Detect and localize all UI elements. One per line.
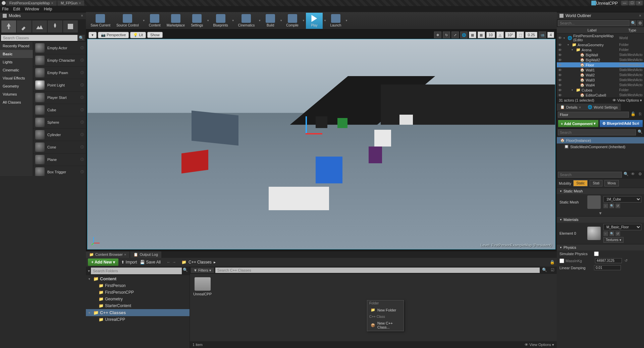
- info-icon[interactable]: ⓘ: [80, 70, 84, 75]
- info-icon[interactable]: ⓘ: [80, 145, 84, 150]
- visibility-icon[interactable]: 👁: [558, 43, 564, 47]
- vp-angle-val[interactable]: 10°: [505, 32, 516, 38]
- close-button[interactable]: ×: [636, 1, 643, 5]
- category-item[interactable]: All Classes: [0, 98, 33, 106]
- outliner-row[interactable]: 👁🏠 FloorStaticMeshActo: [557, 62, 644, 67]
- info-icon[interactable]: ⓘ: [80, 157, 84, 162]
- visibility-icon[interactable]: 👁: [558, 53, 564, 57]
- save-all-button[interactable]: 💾 Save All: [140, 260, 161, 265]
- breadcrumb[interactable]: 📁 C++ Classes ▸: [181, 260, 216, 265]
- search-icon[interactable]: 🔍: [623, 172, 629, 178]
- menu-edit[interactable]: Edit: [13, 7, 20, 11]
- vp-lit[interactable]: 💡 Lit: [130, 32, 146, 38]
- visibility-icon[interactable]: 👁: [558, 63, 564, 67]
- tab-output-log[interactable]: 📋 Output Log: [130, 251, 161, 258]
- vp-scale[interactable]: ⤢: [451, 32, 459, 38]
- mode-paint[interactable]: [17, 20, 32, 33]
- outliner-row[interactable]: 👁🏠 Wall4StaticMeshActo: [557, 82, 644, 88]
- component-search[interactable]: [558, 129, 636, 135]
- marketplace-icon[interactable]: [591, 1, 596, 5]
- viewport[interactable]: Level: FirstPersonExampleMap (Persistent…: [87, 39, 555, 249]
- outliner-row[interactable]: 👁🏠 BigWallStaticMeshActo: [557, 52, 644, 57]
- info-icon[interactable]: ⓘ: [80, 120, 84, 125]
- damping-value-input[interactable]: [594, 265, 621, 270]
- static-mesh-select[interactable]: 1M_Cube: [603, 196, 641, 202]
- actor-item[interactable]: Point Lightⓘ: [33, 79, 86, 92]
- toolbar-cinematics[interactable]: Cinematics: [235, 13, 257, 29]
- toolbar-dropdown[interactable]: ▼: [345, 13, 348, 29]
- filter-icon[interactable]: ⚙: [637, 20, 643, 26]
- section-materials[interactable]: ▼Materials: [557, 216, 644, 223]
- reset-icon[interactable]: ↺: [625, 258, 628, 263]
- search-icon[interactable]: 🔍: [77, 35, 85, 41]
- mode-foliage[interactable]: [48, 20, 62, 33]
- search-icon[interactable]: 🔍: [637, 129, 643, 135]
- mobility-stationary[interactable]: Stati: [590, 180, 602, 186]
- chevron-icon[interactable]: ▾: [89, 277, 92, 281]
- details-search[interactable]: [558, 172, 622, 178]
- asset-item[interactable]: UnrealCPP: [193, 277, 212, 296]
- outliner-search[interactable]: [558, 20, 630, 26]
- col-label[interactable]: Label: [564, 27, 621, 33]
- close-icon[interactable]: ×: [51, 1, 53, 5]
- lock-icon[interactable]: 🔒: [550, 260, 555, 265]
- toolbar-save-current[interactable]: Save Current: [88, 13, 113, 29]
- toolbar-play[interactable]: Play: [306, 13, 323, 29]
- info-icon[interactable]: ⓘ: [80, 83, 84, 88]
- visibility-icon[interactable]: 👁: [558, 73, 564, 77]
- cm-new-folder[interactable]: 📁 New Folder: [367, 306, 404, 314]
- menu-help[interactable]: Help: [44, 7, 52, 11]
- vp-camspeed[interactable]: 4: [547, 32, 554, 38]
- tree-item[interactable]: 📁FirstPersonCPP: [86, 289, 190, 296]
- import-button[interactable]: ⬆ Import: [121, 260, 137, 265]
- search-icon[interactable]: 🔍: [182, 268, 189, 274]
- filter-icon[interactable]: ⚙: [637, 172, 643, 178]
- vp-scale-snap[interactable]: ⬚: [517, 32, 524, 38]
- toolbar-settings[interactable]: Settings: [188, 13, 206, 29]
- mass-value-input[interactable]: [595, 258, 622, 263]
- tree-item[interactable]: 📁UnrealCPP: [86, 316, 190, 323]
- vp-scale-val[interactable]: 0.25: [525, 32, 537, 38]
- info-icon[interactable]: ⓘ: [80, 132, 84, 137]
- close-icon[interactable]: ×: [124, 252, 126, 256]
- mode-place[interactable]: [1, 20, 16, 33]
- lock-icon[interactable]: 🔓: [630, 112, 636, 118]
- vp-dropdown[interactable]: ▾: [89, 32, 97, 38]
- close-icon[interactable]: ×: [579, 105, 581, 109]
- close-icon[interactable]: ×: [639, 13, 641, 18]
- toolbar-dropdown[interactable]: ▼: [142, 13, 146, 29]
- vp-rotate[interactable]: ↻: [443, 32, 450, 38]
- actor-item[interactable]: Empty Pawnⓘ: [33, 67, 86, 79]
- actor-item[interactable]: Box Triggerⓘ: [33, 166, 86, 176]
- toolbar-dropdown[interactable]: ▼: [323, 13, 327, 29]
- mode-landscape[interactable]: [32, 20, 47, 33]
- add-component-button[interactable]: + Add Component ▾: [558, 120, 598, 127]
- vp-angle-snap[interactable]: △: [496, 32, 504, 38]
- toolbar-blueprints[interactable]: Blueprints: [210, 13, 230, 29]
- minimize-button[interactable]: —: [621, 1, 628, 5]
- actor-name-input[interactable]: [558, 112, 629, 118]
- nav-forward[interactable]: →: [172, 260, 176, 265]
- locate-icon[interactable]: ⎘: [637, 112, 643, 118]
- component-mesh[interactable]: 🔲 StaticMeshComponent (Inherited): [557, 143, 644, 150]
- category-item[interactable]: Basic: [0, 50, 33, 58]
- info-icon[interactable]: ⓘ: [80, 58, 84, 63]
- toolbar-compile[interactable]: Compile: [283, 13, 301, 29]
- category-item[interactable]: Volumes: [0, 90, 33, 98]
- outliner-row[interactable]: 👁▾📁 ArenaFolder: [557, 47, 644, 52]
- info-icon[interactable]: ⓘ: [80, 108, 84, 112]
- vp-grid-val[interactable]: 10: [486, 32, 495, 38]
- chevron-icon[interactable]: ▾: [564, 37, 567, 40]
- info-icon[interactable]: ⓘ: [80, 170, 84, 174]
- toolbar-launch[interactable]: Launch: [327, 13, 344, 29]
- browse-icon[interactable]: 🔍: [609, 204, 614, 208]
- tree-item[interactable]: ▾📁C++ Classes: [86, 309, 190, 316]
- mesh-thumbnail[interactable]: [587, 195, 601, 209]
- tree-item[interactable]: 📁FirstPerson: [86, 282, 190, 289]
- maximize-button[interactable]: ☐: [629, 1, 635, 5]
- section-static-mesh[interactable]: ▼Static Mesh: [557, 188, 644, 194]
- expand-section[interactable]: ▼: [557, 210, 644, 216]
- search-icon[interactable]: 🔍: [630, 20, 636, 26]
- material-select[interactable]: M_Basic_Floor: [603, 224, 641, 230]
- eye-icon[interactable]: 👁: [630, 172, 636, 178]
